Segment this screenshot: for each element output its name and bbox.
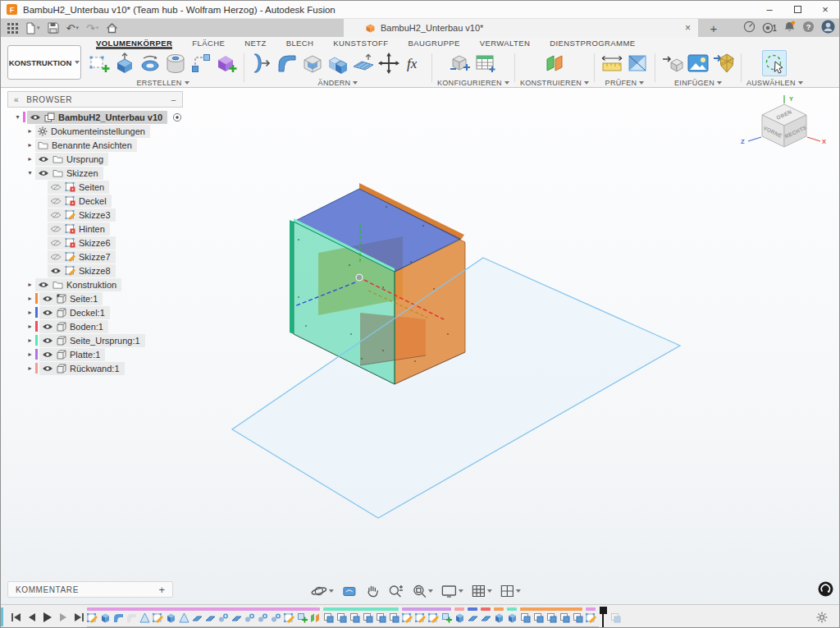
combine-button[interactable] [326,50,350,76]
timeline-feature-newcomp[interactable] [295,612,308,624]
go-to-end-button[interactable] [74,612,84,622]
configure-button[interactable] [448,50,472,76]
browser-item[interactable]: Skizze3 [7,208,183,222]
browser-item[interactable]: ▸Boden:1 [7,319,183,333]
browser-item[interactable]: ▸Ursprung [7,152,183,166]
timeline-group-bar[interactable] [323,607,399,611]
group-dropdown-konstruieren[interactable]: KONSTRUIEREN [520,77,589,87]
browser-item-content[interactable]: Konstruktion [35,278,121,291]
expander-icon[interactable]: ▸ [25,337,35,344]
group-dropdown-einfuegen[interactable]: EINFÜGEN [674,77,722,87]
document-tab[interactable]: BambuH2_Unterbau v10* × [344,19,698,37]
timeline-group-bar[interactable] [586,607,596,611]
grid-snaps-button[interactable] [472,584,492,598]
timeline-feature-sketch[interactable] [584,612,597,624]
timeline-feature-pattern[interactable] [532,612,545,624]
activate-component-radio[interactable] [172,112,182,122]
ribbon-tab[interactable]: NETZ [244,37,266,49]
expander-icon[interactable]: ▾ [12,113,23,121]
browser-item-content[interactable]: Hinten [48,222,110,236]
timeline-feature-tri[interactable] [177,612,190,624]
browser-item-content[interactable]: Boden:1 [39,320,108,333]
browser-item[interactable]: ▸Konstruktion [7,277,183,291]
construction-plane-button[interactable] [542,50,567,76]
visibility-eye-icon[interactable] [42,309,53,317]
timeline-feature-ghostshape[interactable] [125,612,138,624]
timeline-feature-sketch[interactable] [400,612,413,624]
panel-minimize-icon[interactable]: – [171,95,176,104]
visibility-eye-icon[interactable] [50,225,62,233]
notifications-bell-icon[interactable] [783,21,796,36]
tab-close-icon[interactable]: × [685,22,691,34]
zoom-button[interactable] [388,584,404,598]
look-at-button[interactable] [342,585,357,598]
fillet-button[interactable] [275,50,299,76]
browser-item[interactable]: Hinten [7,222,183,236]
file-menu-button[interactable]: ▾ [25,22,40,34]
new-tab-button[interactable]: + [705,19,723,37]
timeline-group-bar[interactable] [468,607,477,611]
revolve-button[interactable] [138,50,162,76]
timeline-feature-sketch[interactable] [85,612,98,624]
timeline-feature-tri[interactable] [138,612,151,624]
expander-icon[interactable]: ▸ [25,309,35,316]
add-comment-button[interactable]: + [158,584,172,596]
browser-item-content[interactable]: Skizze6 [48,236,116,250]
home-view-button[interactable] [106,22,118,34]
canvas-button[interactable] [686,50,710,76]
hole-button[interactable] [163,50,188,76]
ribbon-tab[interactable]: BAUGRUPPE [409,37,460,49]
browser-item[interactable]: ▸Seite:1 [7,291,183,305]
ribbon-tab[interactable]: VOLUMENKÖRPER [96,37,172,49]
group-dropdown-pruefen[interactable]: PRÜFEN [605,77,645,87]
visibility-eye-icon[interactable] [50,267,62,275]
viewports-button[interactable] [500,584,521,598]
browser-item-content[interactable]: Dokumenteinstellungen [35,125,150,138]
timeline-feature-sketch[interactable] [413,612,427,624]
browser-item[interactable]: ▾Skizzen [7,166,183,180]
visibility-eye-icon[interactable] [42,323,53,331]
visibility-eye-icon[interactable] [50,253,62,261]
timeline-feature-pattern[interactable] [558,612,571,624]
expander-icon[interactable]: ▸ [25,155,35,163]
create-sketch-button[interactable] [87,50,112,76]
browser-item-content[interactable]: Deckel:1 [39,306,110,319]
group-dropdown-aendern[interactable]: ÄNDERN [318,77,358,87]
ribbon-tab[interactable]: KUNSTSTOFF [333,37,388,49]
configuration-table-button[interactable] [473,50,498,76]
redo-button[interactable]: ↷▾ [86,22,98,34]
browser-item[interactable]: ▸Benannte Ansichten [7,138,183,152]
ribbon-tab[interactable]: FLÄCHE [192,37,225,49]
fit-button[interactable] [412,584,433,598]
timeline-feature-sketch[interactable] [282,612,295,624]
pattern-button[interactable] [189,50,213,76]
play-button[interactable] [43,612,52,623]
maximize-button[interactable] [783,1,811,19]
offset-face-button[interactable] [351,50,376,76]
timeline-feature-joint[interactable] [269,612,282,624]
expander-icon[interactable]: ▸ [25,141,35,149]
visibility-eye-icon[interactable] [42,364,53,373]
browser-item-content[interactable]: Ursprung [35,153,108,166]
visibility-eye-icon[interactable] [38,155,49,163]
browser-item[interactable]: Deckel [7,194,183,208]
extrude-button[interactable] [112,50,137,76]
timeline-feature-fillet[interactable] [112,612,125,624]
visibility-eye-icon[interactable] [42,351,53,359]
expander-icon[interactable]: ▸ [25,351,35,358]
undo-button[interactable]: ↶▾ [66,22,79,34]
press-pull-button[interactable] [249,50,274,76]
timeline-feature-slab[interactable] [190,612,203,624]
timeline-feature-pattern[interactable] [322,612,335,624]
step-forward-button[interactable] [59,612,67,622]
konstruktion-workspace-button[interactable]: KONSTRUKTION [7,45,81,80]
move-button[interactable] [377,50,401,76]
browser-item-content[interactable]: Seite:1 [39,292,103,305]
browser-item-content[interactable]: Rückwand:1 [39,362,125,375]
timeline-group-bar[interactable] [402,607,451,611]
timeline-group-bar[interactable] [494,607,504,611]
timeline-feature-joint[interactable] [243,612,256,624]
browser-item-content[interactable]: Deckel [48,195,112,208]
browser-item[interactable]: Skizze7 [7,250,183,264]
visibility-eye-icon[interactable] [38,281,49,289]
